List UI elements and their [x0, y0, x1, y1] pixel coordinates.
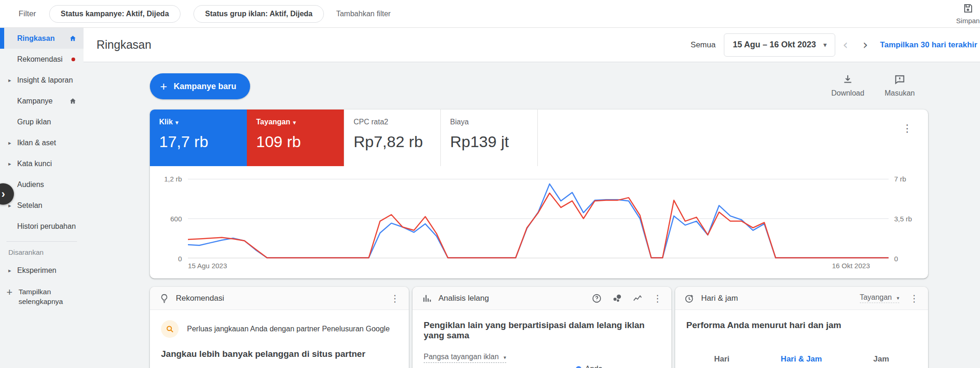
feedback-icon — [894, 79, 906, 87]
overview-chart-card: Klik▾ 17,7 rb Tayangan▾ 109 rb CPC rata2… — [150, 110, 928, 278]
card-title: Rekomendasi — [176, 294, 224, 303]
filter-chip-adgroup-status[interactable]: Status grup iklan: Aktif, Dijeda — [193, 5, 324, 23]
card-kebab-icon[interactable]: ⋮ — [653, 293, 662, 304]
sidebar-item-kampanye[interactable]: Kampanye — [0, 90, 84, 111]
sidebar-item-histori-perubahan[interactable]: Histori perubahan — [0, 216, 84, 237]
metric-tile-tayangan[interactable]: Tayangan▾ 109 rb — [247, 110, 344, 166]
previous-period-button[interactable]: ‹ — [835, 37, 855, 52]
sidebar-item-rekomendasi[interactable]: Rekomendasi — [0, 49, 84, 70]
save-icon — [962, 7, 974, 15]
sidebar-item-label: Eksperimen — [17, 266, 56, 275]
metric-value: 17,7 rb — [159, 133, 238, 151]
analisis-lelang-card: Analisis lelang ⋮ Pengiklan lain yang be… — [413, 287, 671, 368]
metric-selector-label: Tayangan — [860, 293, 892, 301]
x-axis-end-label: 16 Okt 2023 — [832, 262, 870, 270]
sidebar-item-label: Audiens — [17, 181, 44, 189]
hari-jam-card: Hari & jam Tayangan ▾ ⋮ Performa Anda me… — [675, 287, 928, 368]
save-filter-button[interactable]: Simpan — [948, 3, 980, 25]
recommendation-item-title[interactable]: Perluas jangkauan Anda dengan partner Pe… — [187, 325, 390, 333]
auction-insights-subtitle: Pengiklan lain yang berpartisipasi dalam… — [424, 320, 660, 341]
sidebar-item-label: Setelan — [17, 201, 42, 210]
bar-chart-icon — [422, 293, 432, 303]
metric-label: Tayangan — [256, 118, 290, 126]
show-more-label: Tampilkan selengkapnya — [19, 287, 79, 307]
card-kebab-icon[interactable]: ⋮ — [390, 293, 400, 304]
feedback-button[interactable]: Masukan — [879, 73, 921, 97]
expand-arrow-icon: ▸ — [8, 267, 11, 274]
add-filter-button[interactable]: Tambahkan filter — [336, 10, 390, 18]
plus-icon: + — [160, 79, 167, 94]
date-range-picker[interactable]: 15 Agu – 16 Okt 2023 ▾ — [724, 33, 835, 57]
x-axis-start-label: 15 Agu 2023 — [188, 262, 227, 270]
sidebar-item-grup-iklan[interactable]: Grup iklan — [0, 111, 84, 132]
show-last-30-days-link[interactable]: Tampilkan 30 hari terakhir — [880, 40, 977, 50]
date-controls: Semua 15 Agu – 16 Okt 2023 ▾ ‹ › Tampilk… — [690, 33, 977, 57]
sidebar-item-label: Kampanye — [17, 97, 53, 105]
tab-jam[interactable]: Jam — [873, 355, 889, 368]
day-hour-tabs: Hari Hari & Jam Jam — [686, 355, 917, 368]
clock-icon — [684, 293, 695, 303]
new-campaign-button[interactable]: + Kampanye baru — [150, 73, 250, 99]
sidebar-item-label: Ringkasan — [17, 34, 55, 43]
sidebar-item-label: Insight & laporan — [17, 76, 73, 84]
y-axis-tick-right: 7 rb — [894, 175, 906, 183]
y-axis-tick-left: 600 — [149, 215, 182, 223]
sidebar-item-kata-kunci[interactable]: ▸ Kata kunci — [0, 153, 84, 174]
show-more-button[interactable]: + Tampilkan selengkapnya — [0, 281, 84, 307]
chevron-down-icon: ▾ — [896, 295, 899, 301]
metric-tile-klik[interactable]: Klik▾ 17,7 rb — [150, 110, 247, 166]
card-kebab-icon[interactable]: ⋮ — [909, 293, 919, 304]
y-axis-tick-left: 0 — [149, 255, 182, 263]
sidebar-item-label: Iklan & aset — [17, 139, 56, 147]
rekomendasi-card-header: Rekomendasi ⋮ — [150, 287, 409, 310]
metric-selector-dropdown[interactable]: Pangsa tayangan iklan ▾ — [424, 353, 506, 363]
next-period-button[interactable]: › — [855, 37, 875, 52]
chevron-down-icon: ▾ — [293, 119, 296, 126]
home-icon — [69, 34, 77, 43]
help-icon[interactable] — [592, 293, 602, 303]
sidebar-divider — [6, 241, 77, 242]
sidebar-item-ringkasan[interactable]: Ringkasan — [0, 28, 84, 49]
tab-hari[interactable]: Hari — [714, 355, 729, 368]
sidebar-item-iklan-aset[interactable]: ▸ Iklan & aset — [0, 132, 84, 153]
sidebar-item-eksperimen[interactable]: ▸ Eksperimen — [0, 260, 84, 281]
bubble-chart-icon[interactable] — [612, 293, 622, 303]
recommendation-headline[interactable]: Jangkau lebih banyak pelanggan di situs … — [161, 349, 398, 359]
expand-arrow-icon: ▸ — [8, 161, 11, 167]
tab-hari-jam[interactable]: Hari & Jam — [781, 355, 822, 368]
rekomendasi-card-body: Perluas jangkauan Anda dengan partner Pe… — [150, 310, 409, 368]
line-chart-icon[interactable] — [632, 293, 643, 303]
legend-dot-icon — [576, 366, 581, 368]
metric-selector-label: Pangsa tayangan iklan — [424, 353, 499, 361]
page-title: Ringkasan — [97, 38, 151, 52]
save-label: Simpan — [948, 17, 980, 25]
google-ads-overview-page: Filter Status kampanye: Aktif, Dijeda St… — [0, 0, 980, 368]
metric-selector-dropdown[interactable]: Tayangan ▾ — [860, 293, 899, 303]
sidebar-section-label: Disarankan — [0, 245, 84, 260]
filter-chip-campaign-status[interactable]: Status kampanye: Aktif, Dijeda — [49, 5, 181, 23]
sidebar-item-insight-laporan[interactable]: ▸ Insight & laporan — [0, 70, 84, 90]
chevron-down-icon: ▾ — [824, 41, 827, 48]
metric-label: Biaya — [450, 118, 528, 126]
filter-chip-label: Status grup iklan: Aktif, Dijeda — [205, 10, 312, 18]
y-axis-tick-right: 3,5 rb — [894, 215, 912, 223]
metric-tile-cpc[interactable]: CPC rata2 Rp7,82 rb — [344, 110, 441, 166]
sidebar-item-label: Histori perubahan — [17, 222, 76, 231]
plus-icon: + — [6, 285, 13, 299]
download-icon — [842, 79, 854, 87]
performance-line-chart[interactable] — [188, 179, 889, 258]
day-hour-subtitle: Performa Anda menurut hari dan jam — [686, 320, 917, 330]
metric-value: Rp139 jt — [450, 133, 528, 151]
metric-value: Rp7,82 rb — [354, 133, 431, 151]
chart-options-kebab-icon[interactable]: ⋮ — [902, 123, 912, 135]
download-button[interactable]: Download — [827, 73, 869, 97]
metric-label: Klik — [159, 118, 173, 126]
download-label: Download — [827, 89, 869, 97]
metric-tile-biaya[interactable]: Biaya Rp139 jt — [441, 110, 538, 166]
feedback-label: Masukan — [879, 89, 921, 97]
hari-jam-card-header: Hari & jam Tayangan ▾ ⋮ — [675, 287, 928, 310]
sidebar-item-label: Grup iklan — [17, 118, 51, 126]
notification-dot — [71, 58, 75, 61]
legend-anda: Anda — [576, 365, 602, 368]
rekomendasi-card: Rekomendasi ⋮ Perluas jangkauan Anda den… — [150, 287, 409, 368]
